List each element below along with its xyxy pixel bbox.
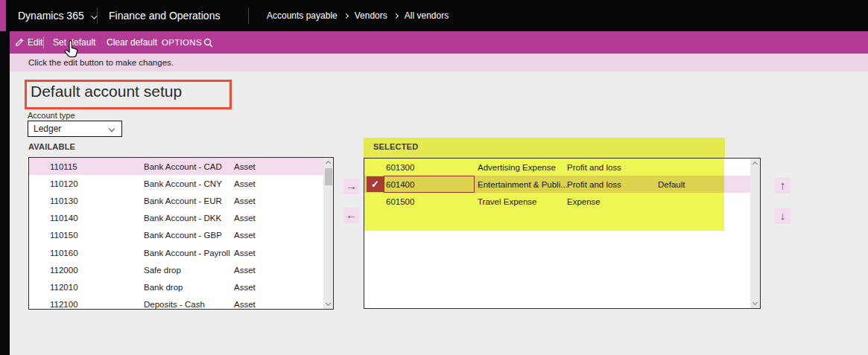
cell-account-number: 110130 — [50, 196, 144, 205]
info-message-bar: Click the edit button to make changes. — [0, 54, 868, 71]
available-rows: 110115Bank Account - CADAsset110120Bank … — [29, 158, 323, 309]
table-row[interactable]: 601300Advertising ExpenseProfit and loss — [364, 159, 750, 176]
cell-account-type: Asset — [234, 214, 323, 223]
dynamics-365-menu[interactable]: Dynamics 365 — [18, 0, 95, 31]
edit-button-label: Edit — [28, 31, 43, 54]
scroll-down-icon[interactable] — [325, 301, 330, 306]
table-row[interactable]: 601500Travel ExpenseExpense — [364, 193, 750, 210]
move-right-button[interactable]: → — [343, 179, 359, 194]
move-down-button[interactable]: ↓ — [775, 208, 791, 224]
cell-account-number: 110120 — [50, 179, 144, 188]
cell-account-number: 601300 — [386, 163, 478, 172]
command-bar: Edit Set default Clear default OPTIONS — [0, 31, 868, 54]
table-row[interactable]: 112100Deposits - CashAsset — [29, 296, 323, 310]
cell-account-name: Bank Account - CNY — [144, 179, 234, 188]
table-row[interactable]: ✓601400Entertainment & Publi...Profit an… — [364, 176, 750, 193]
highlighted-cell-border — [384, 176, 475, 193]
cell-account-type: Asset — [234, 162, 323, 171]
scrollbar[interactable] — [323, 158, 333, 309]
cell-account-type: Asset — [234, 283, 323, 292]
cell-account-number: 601500 — [386, 197, 478, 206]
scrollbar-thumb[interactable] — [325, 168, 332, 185]
table-row[interactable]: 110130Bank Account - EURAsset — [29, 192, 323, 209]
cell-account-name: Advertising Expense — [478, 163, 567, 172]
cell-account-name: Bank Account - GBP — [144, 231, 234, 240]
cell-account-type: Asset — [234, 266, 323, 275]
table-row[interactable]: 110160Bank Account - PayrollAsset — [29, 244, 323, 261]
cell-account-type: Asset — [234, 196, 323, 205]
move-up-button[interactable]: ↑ — [775, 178, 791, 194]
cell-account-name: Bank drop — [144, 283, 234, 292]
topbar-divider — [97, 7, 98, 24]
cell-account-number: 110150 — [50, 231, 144, 240]
selected-list: 601300Advertising ExpenseProfit and loss… — [364, 158, 761, 309]
info-message-text: Click the edit button to make changes. — [28, 54, 174, 71]
account-type-value: Ledger — [34, 124, 61, 134]
breadcrumb-accounts-payable[interactable]: Accounts payable — [267, 10, 338, 21]
cell-account-number: 110140 — [50, 214, 144, 223]
toolbar-divider — [43, 36, 44, 48]
cell-account-name: Deposits - Cash — [144, 300, 234, 309]
cell-account-name: Bank Account - DKK — [144, 214, 234, 223]
options-menu[interactable]: OPTIONS — [162, 31, 202, 54]
cell-account-type: Expense — [567, 197, 658, 206]
top-navigation-bar: Dynamics 365 Finance and Operations Acco… — [0, 0, 868, 31]
cell-account-type: Asset — [234, 231, 323, 240]
table-row[interactable]: 112010Bank dropAsset — [29, 278, 323, 295]
cell-account-number: 110115 — [50, 162, 144, 171]
pencil-icon — [15, 38, 24, 47]
scrollbar[interactable] — [750, 159, 760, 308]
cell-account-type: Asset — [234, 300, 323, 309]
topbar-divider — [248, 7, 249, 24]
cell-account-type: Profit and loss — [567, 163, 658, 172]
magnifier-icon — [203, 38, 213, 48]
breadcrumb: Accounts payable Vendors All vendors — [267, 0, 449, 31]
yellow-highlight-filler — [364, 211, 750, 231]
page-title: Default account setup — [31, 83, 182, 100]
table-row[interactable]: 112000Safe dropAsset — [29, 261, 323, 278]
cell-account-type: Profit and loss — [567, 180, 658, 189]
edit-button[interactable]: Edit — [15, 31, 43, 54]
selected-rows: 601300Advertising ExpenseProfit and loss… — [364, 159, 750, 308]
cell-default-flag: Default — [658, 180, 750, 189]
collapsed-navigation-pane[interactable] — [0, 31, 10, 355]
breadcrumb-vendors[interactable]: Vendors — [355, 10, 387, 21]
account-type-label: Account type — [28, 111, 75, 120]
available-list: 110115Bank Account - CADAsset110120Bank … — [28, 157, 334, 310]
nav-accent-strip — [0, 0, 6, 31]
app-name[interactable]: Finance and Operations — [109, 0, 220, 31]
table-row[interactable]: 110115Bank Account - CADAsset — [29, 158, 323, 175]
cell-account-name: Safe drop — [144, 266, 234, 275]
breadcrumb-all-vendors[interactable]: All vendors — [405, 10, 449, 21]
checkmark-icon[interactable]: ✓ — [367, 176, 384, 192]
scroll-up-icon[interactable] — [325, 161, 330, 166]
cell-account-number: 112100 — [50, 300, 144, 309]
cell-account-type: Asset — [234, 179, 323, 188]
cell-account-number: 110160 — [50, 249, 144, 258]
move-left-button[interactable]: ← — [343, 208, 359, 223]
available-list-label: AVAILABLE — [28, 142, 75, 151]
table-row[interactable]: 110120Bank Account - CNYAsset — [29, 175, 323, 192]
hand-cursor-icon — [63, 40, 80, 64]
cell-account-number: 112010 — [50, 283, 144, 292]
cell-account-name: Bank Account - CAD — [144, 162, 234, 171]
cell-account-name: Entertainment & Publi... — [478, 180, 567, 189]
search-button[interactable] — [203, 31, 213, 54]
cell-account-name: Bank Account - EUR — [144, 196, 234, 205]
scroll-down-icon[interactable] — [752, 300, 757, 305]
default-account-setup-page: Dynamics 365 Finance and Operations Acco… — [0, 0, 868, 355]
table-row[interactable]: 110150Bank Account - GBPAsset — [29, 227, 323, 244]
product-name: Dynamics 365 — [18, 10, 84, 22]
cell-account-name: Bank Account - Payroll — [144, 249, 234, 258]
table-row[interactable]: 110140Bank Account - DKKAsset — [29, 210, 323, 227]
cell-account-type: Asset — [234, 249, 323, 258]
account-type-dropdown[interactable]: Ledger — [28, 121, 122, 137]
cell-account-name: Travel Expense — [478, 197, 567, 206]
chevron-right-icon — [393, 13, 399, 18]
chevron-right-icon — [343, 13, 349, 18]
clear-default-button[interactable]: Clear default — [107, 31, 157, 54]
selected-list-label: SELECTED — [373, 142, 418, 151]
cell-account-number: 112000 — [50, 266, 144, 275]
scroll-up-icon[interactable] — [752, 161, 757, 167]
chevron-down-icon — [109, 126, 115, 132]
